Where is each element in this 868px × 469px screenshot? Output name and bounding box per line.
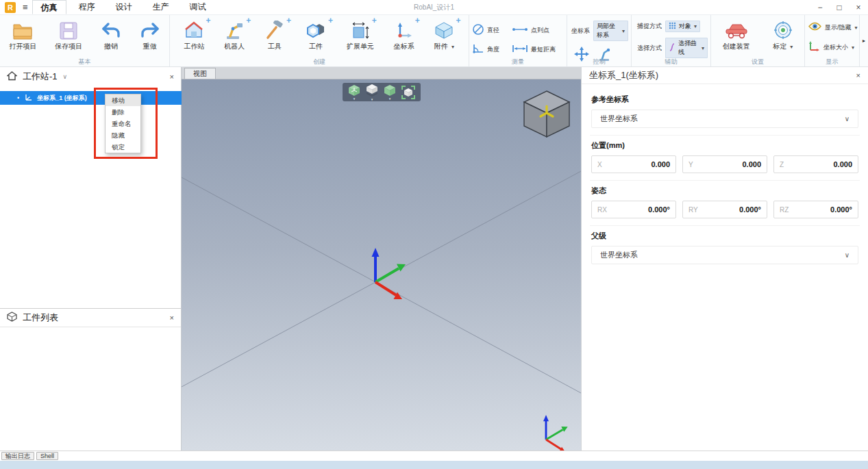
chevron-down-icon[interactable]: ∨: [63, 73, 68, 80]
workpiece-list-header: 工件列表 ×: [0, 308, 181, 327]
ribbon-group-measure: 直径 点到点 角度 最短距离 测量: [469, 15, 567, 66]
chevron-down-icon: ▾: [702, 45, 704, 51]
position-x-input[interactable]: X 0.000: [591, 155, 676, 173]
cube-attachment-icon: +: [434, 19, 454, 40]
measure-point-to-point-button[interactable]: 点到点: [512, 26, 567, 35]
parent-value: 世界坐标系: [600, 250, 638, 260]
shortest-distance-icon: [512, 45, 528, 54]
ribbon-group-create: + 工作站 + 机器人 + 工具: [170, 15, 469, 66]
output-log-tab[interactable]: 输出日志: [1, 452, 34, 460]
undo-icon: [101, 19, 121, 40]
view-orientation-cube-button[interactable]: ▾: [348, 84, 360, 101]
y-field-value: 0.000: [742, 160, 761, 168]
measure-angle-button[interactable]: 角度: [472, 43, 512, 55]
close-workpiece-panel-icon[interactable]: ×: [170, 314, 174, 322]
viewport-canvas[interactable]: ▾ ▾ ▾: [182, 79, 581, 451]
robot-arm-icon: +: [224, 19, 245, 40]
pose-rx-input[interactable]: RX 0.000°: [591, 201, 676, 218]
group-label-display: 显示: [805, 58, 859, 66]
select-mode-dropdown[interactable]: 选择曲线 ▾: [665, 38, 708, 58]
coord-system-dropdown[interactable]: 局部坐标系 ▾: [593, 21, 628, 41]
z-field-label: Z: [780, 161, 784, 168]
close-properties-panel-icon[interactable]: ×: [856, 71, 860, 79]
chevron-down-icon: ▾: [790, 44, 793, 50]
world-origin-triad: [372, 248, 406, 299]
open-project-label: 打开项目: [9, 42, 36, 51]
status-bar: [0, 461, 868, 469]
workstation-sidebar: 工作站-1 ∨ × • 坐标系_1 (坐标系) 移动 删除 重命名 隐藏 锁定 …: [0, 67, 182, 451]
position-y-input[interactable]: Y 0.000: [682, 155, 767, 173]
workstation-panel-header: 工作站-1 ∨ ×: [0, 67, 181, 86]
tree-item-label: 坐标系_1 (坐标系): [37, 94, 87, 103]
redo-label: 重做: [143, 42, 157, 51]
properties-header: 坐标系_1(坐标系) ×: [582, 67, 868, 84]
tab-program[interactable]: 程序: [71, 0, 103, 14]
pose-rz-input[interactable]: RZ 0.000°: [773, 201, 858, 218]
rz-field-value: 0.000°: [830, 205, 852, 214]
diameter-icon: [472, 23, 484, 37]
ribbon-expand-button[interactable]: ▸: [860, 15, 868, 66]
measure-shortest-distance-button[interactable]: 最短距离: [512, 45, 567, 54]
home-icon: [7, 71, 17, 83]
eye-icon: [808, 21, 821, 34]
folder-icon: [12, 19, 33, 40]
hamburger-menu-icon[interactable]: ≡: [23, 2, 28, 12]
snap-mode-label: 捕捉方式: [637, 22, 662, 31]
snap-mode-dropdown[interactable]: 对象 ▾: [665, 21, 700, 32]
rx-field-label: RX: [597, 206, 607, 214]
axes-size-icon: [808, 41, 820, 54]
ribbon-group-display: 显示/隐藏 ▾ 坐标大小 ▾ 显示: [805, 15, 860, 66]
plus-icon: +: [415, 17, 420, 24]
tool-label: 工具: [268, 42, 282, 51]
show-hide-button[interactable]: 显示/隐藏 ▾: [808, 21, 858, 34]
close-workstation-panel-icon[interactable]: ×: [170, 73, 174, 81]
parent-select[interactable]: 世界坐标系 ∨: [591, 246, 858, 264]
viewport-toolbar: ▾ ▾ ▾: [343, 83, 421, 101]
coord-system-label: 坐标系: [571, 27, 590, 36]
plus-icon: +: [286, 17, 291, 24]
point-to-point-icon: [512, 26, 528, 34]
bullet-icon: •: [17, 94, 19, 101]
ribbon-group-assist: 捕捉方式 对象 ▾ 选择方式 选择曲线 ▾ 辅助: [632, 15, 711, 66]
corner-orientation-triad: [543, 415, 568, 451]
plus-icon: +: [456, 17, 460, 24]
tab-design[interactable]: 设计: [108, 0, 140, 14]
chevron-down-icon: ∨: [845, 115, 850, 123]
shortest-distance-label: 最短距离: [531, 45, 556, 54]
tab-simulation[interactable]: 仿真: [32, 0, 66, 14]
x-field-value: 0.000: [651, 160, 670, 168]
view-ground-toggle-button[interactable]: ▾: [366, 84, 378, 101]
viewport-3d: 视图: [182, 67, 581, 451]
coordinate-frame-label: 坐标系: [394, 42, 414, 51]
viewport-tab-view[interactable]: 视图: [184, 68, 216, 79]
pose-ry-input[interactable]: RY 0.000°: [682, 201, 767, 218]
cube-outline-icon: [7, 312, 17, 324]
minimize-button[interactable]: −: [810, 3, 830, 12]
group-label-settings: 设置: [711, 58, 804, 66]
chevron-down-icon: ▾: [855, 25, 858, 31]
navigation-cube[interactable]: [524, 91, 569, 137]
plus-icon: +: [372, 17, 377, 24]
z-field-value: 0.000: [833, 160, 852, 168]
reference-frame-select[interactable]: 世界坐标系 ∨: [591, 110, 858, 128]
group-label-measure: 测量: [469, 58, 567, 66]
coord-size-button[interactable]: 坐标大小 ▾: [808, 41, 858, 54]
position-z-input[interactable]: Z 0.000: [773, 155, 858, 173]
maximize-button[interactable]: □: [830, 3, 849, 12]
shell-tab[interactable]: Shell: [36, 452, 58, 460]
view-shading-button[interactable]: ▾: [384, 84, 396, 101]
redo-icon: [140, 19, 160, 40]
measure-diameter-button[interactable]: 直径: [472, 23, 512, 37]
reference-frame-value: 世界坐标系: [600, 114, 638, 124]
annotation-highlight-rectangle: [94, 88, 158, 159]
triad-icon: [24, 93, 33, 103]
coordinate-axes-icon: +: [395, 19, 414, 40]
tab-debug[interactable]: 调试: [182, 0, 214, 14]
zoom-fit-button[interactable]: [401, 86, 415, 99]
close-button[interactable]: ×: [849, 3, 868, 12]
plus-icon: +: [206, 17, 210, 24]
tab-production[interactable]: 生产: [145, 0, 177, 14]
y-field-label: Y: [689, 161, 693, 168]
position-section-label: 位置(mm): [591, 140, 858, 151]
ribbon-group-control: 坐标系 局部坐标系 ▾ 控制: [567, 15, 632, 66]
